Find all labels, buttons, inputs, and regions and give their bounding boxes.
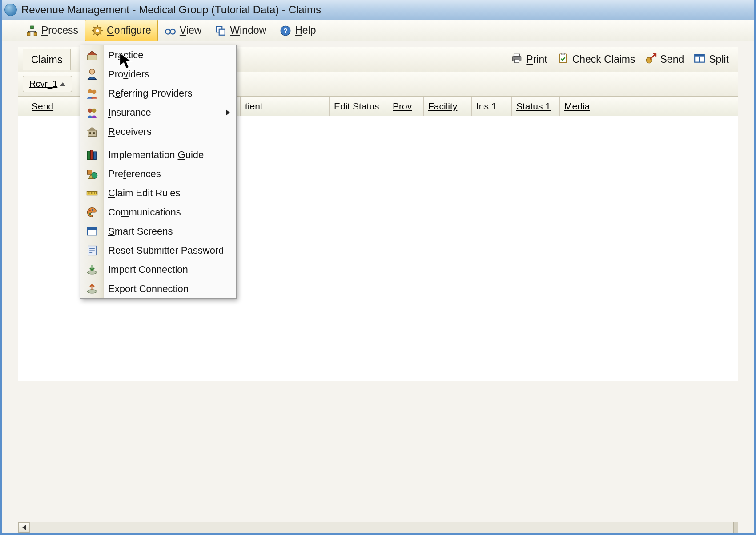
scroll-thumb[interactable] <box>733 522 738 533</box>
horizontal-scrollbar[interactable] <box>18 522 738 533</box>
menuitem-export-connection[interactable]: Export Connection <box>80 279 236 298</box>
menuitem-smart-screens[interactable]: Smart Screens <box>80 222 236 241</box>
gear-icon <box>92 25 103 36</box>
scroll-track[interactable] <box>30 522 738 533</box>
menu-window[interactable]: Window <box>208 20 273 41</box>
svg-point-13 <box>165 29 170 34</box>
shield-people-icon <box>86 106 98 119</box>
menubar: ProcessConfigureViewWindow?Help <box>2 20 754 41</box>
menuitem-import-connection[interactable]: Import Connection <box>80 260 236 279</box>
menuitem-preferences[interactable]: Preferences <box>80 164 236 183</box>
menuitem-label: Preferences <box>108 168 161 180</box>
menuitem-reset-submitter-password[interactable]: Reset Submitter Password <box>80 241 236 260</box>
menuitem-label: Providers <box>108 69 149 80</box>
menuitem-label: Claim Edit Rules <box>108 187 181 199</box>
button-label: Send <box>660 53 684 65</box>
svg-rect-26 <box>695 54 704 56</box>
svg-point-50 <box>92 209 93 211</box>
print-button[interactable]: Print <box>511 53 547 67</box>
svg-rect-1 <box>27 32 30 36</box>
help-icon: ? <box>280 25 291 36</box>
svg-rect-21 <box>515 59 519 63</box>
column-label: Facility <box>428 101 457 112</box>
books-icon <box>86 149 98 161</box>
column-ins-1[interactable]: Ins 1 <box>472 97 512 116</box>
menu-label: Window <box>230 24 266 36</box>
menuitem-label: Receivers <box>108 126 152 138</box>
menu-label: Configure <box>107 24 151 36</box>
menu-configure[interactable]: Configure <box>85 20 158 41</box>
button-label: Print <box>526 53 547 65</box>
svg-rect-34 <box>89 132 91 134</box>
menuitem-implementation-guide[interactable]: Implementation Guide <box>80 145 236 164</box>
menuitem-label: Practice <box>108 49 144 61</box>
svg-rect-2 <box>34 32 37 36</box>
split-button[interactable]: Split <box>694 53 729 67</box>
svg-rect-33 <box>88 130 97 136</box>
filter-rcvr1[interactable]: Rcvr_1 <box>23 76 72 92</box>
send-button[interactable]: Send <box>645 53 684 67</box>
column-status-1[interactable]: Status 1 <box>512 97 560 116</box>
hierarchy-icon <box>26 25 38 36</box>
building-icon <box>86 126 98 138</box>
menuitem-claim-edit-rules[interactable]: Claim Edit Rules <box>80 183 236 203</box>
menuitem-practice[interactable]: Practice <box>80 45 236 65</box>
menu-help[interactable]: ?Help <box>273 20 322 41</box>
column-label: Status 1 <box>516 101 551 112</box>
svg-rect-22 <box>559 54 566 63</box>
form-icon <box>86 244 98 257</box>
check-claims-button[interactable]: Check Claims <box>557 53 635 67</box>
svg-line-11 <box>101 27 101 28</box>
column-edit-status[interactable]: Edit Status <box>330 97 388 116</box>
menuitem-label: Smart Screens <box>108 226 173 237</box>
svg-rect-35 <box>93 132 95 134</box>
svg-point-48 <box>89 210 91 211</box>
column-label: Prov <box>393 101 412 112</box>
tab-claims[interactable]: Claims <box>23 49 71 70</box>
column-media[interactable]: Media <box>560 97 595 116</box>
svg-rect-36 <box>88 151 90 159</box>
menuitem-communications[interactable]: Communications <box>80 203 236 222</box>
column-label: Send <box>32 101 53 112</box>
titlebar[interactable]: Revenue Management - Medical Group (Tuto… <box>2 0 754 20</box>
svg-rect-52 <box>88 227 97 230</box>
people-icon <box>86 87 98 100</box>
column-patient[interactable]: tient <box>241 97 330 116</box>
button-label: Check Claims <box>572 53 635 65</box>
triangle-left-icon <box>22 525 26 530</box>
provider-icon <box>86 68 98 81</box>
column-prov[interactable]: Prov <box>388 97 424 116</box>
tab-label: Claims <box>31 54 62 65</box>
menuitem-providers[interactable]: Providers <box>80 65 236 84</box>
sort-arrow-up-icon <box>60 82 65 86</box>
menu-label: Process <box>41 24 78 36</box>
menu-separator <box>105 143 233 143</box>
column-label: Ins 1 <box>476 101 497 112</box>
clipboard-check-icon <box>557 53 569 67</box>
configure-dropdown: PracticeProvidersReferring ProvidersInsu… <box>80 45 237 299</box>
printer-icon <box>511 53 523 67</box>
svg-line-10 <box>101 33 101 34</box>
scroll-left-button[interactable] <box>18 522 30 533</box>
svg-point-58 <box>88 289 97 293</box>
menu-process[interactable]: Process <box>20 20 85 41</box>
menu-view[interactable]: View <box>158 20 208 41</box>
menuitem-label: Communications <box>108 207 181 218</box>
svg-point-4 <box>96 29 99 32</box>
menuitem-label: Import Connection <box>108 264 188 276</box>
menuitem-insurance[interactable]: Insurance <box>80 103 236 122</box>
filter-label: Rcvr_1 <box>29 79 57 89</box>
svg-point-49 <box>89 213 91 215</box>
export-icon <box>86 283 98 295</box>
menuitem-label: Insurance <box>108 107 151 118</box>
column-facility[interactable]: Facility <box>424 97 472 116</box>
send-icon <box>645 53 657 67</box>
svg-rect-37 <box>91 150 93 159</box>
button-label: Split <box>709 53 729 65</box>
menuitem-label: Implementation Guide <box>108 149 204 161</box>
ruler-icon <box>86 187 98 199</box>
menuitem-receivers[interactable]: Receivers <box>80 122 236 141</box>
column-label: tient <box>245 101 263 112</box>
palette-icon <box>86 206 98 219</box>
menuitem-referring-providers[interactable]: Referring Providers <box>80 84 236 103</box>
